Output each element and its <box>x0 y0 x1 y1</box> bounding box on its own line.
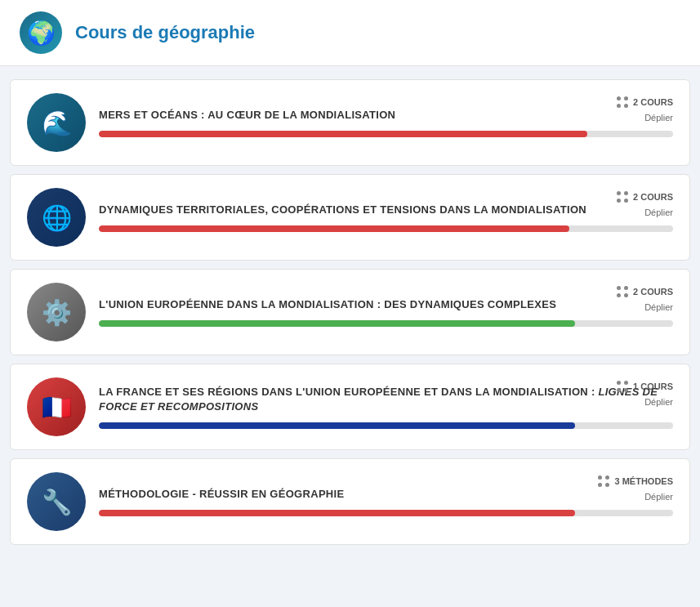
course-thumbnail: 🔧 <box>27 472 86 531</box>
deploy-button[interactable]: Déplier <box>644 113 673 123</box>
course-card: 🌊MERS ET OCÉANS : AU CŒUR DE LA MONDIALI… <box>10 79 690 166</box>
progress-bar <box>99 422 575 429</box>
dots-icon <box>617 381 628 392</box>
progress-bar-container <box>99 510 673 516</box>
dots-icon <box>598 475 609 487</box>
course-card: 🇫🇷LA FRANCE ET SES RÉGIONS DANS L'UNION … <box>10 364 690 450</box>
deploy-button[interactable]: Déplier <box>644 397 673 407</box>
course-title: L'UNION EUROPÉENNE DANS LA MONDIALISATIO… <box>99 297 673 312</box>
course-meta: 2 COURSDéplier <box>617 96 673 123</box>
course-count: 1 COURS <box>617 381 673 392</box>
deploy-button[interactable]: Déplier <box>644 302 673 312</box>
count-label: 2 COURS <box>633 192 673 202</box>
course-count: 2 COURS <box>617 191 673 203</box>
course-content: MÉTHODOLOGIE - RÉUSSIR EN GÉOGRAPHIE <box>99 487 673 516</box>
course-content: DYNAMIQUES TERRITORIALES, COOPÉRATIONS E… <box>99 203 673 232</box>
course-count: 2 COURS <box>617 286 673 297</box>
course-card: 🔧MÉTHODOLOGIE - RÉUSSIR EN GÉOGRAPHIE3 M… <box>10 458 690 545</box>
course-card: ⚙️L'UNION EUROPÉENNE DANS LA MONDIALISAT… <box>10 269 690 355</box>
page-header: 🌍 Cours de géographie <box>0 0 700 66</box>
course-title: MERS ET OCÉANS : AU CŒUR DE LA MONDIALIS… <box>99 108 673 123</box>
course-count: 2 COURS <box>617 96 673 108</box>
title-highlight: géographie <box>158 22 255 42</box>
progress-bar-container <box>99 422 673 429</box>
deploy-button[interactable]: Déplier <box>644 492 673 502</box>
count-label: 1 COURS <box>633 382 673 391</box>
count-label: 2 COURS <box>633 287 673 297</box>
globe-icon: 🌍 <box>27 20 56 47</box>
progress-bar <box>99 131 587 137</box>
course-title: DYNAMIQUES TERRITORIALES, COOPÉRATIONS E… <box>99 203 673 217</box>
course-meta: 1 COURSDéplier <box>617 381 673 407</box>
course-title: MÉTHODOLOGIE - RÉUSSIR EN GÉOGRAPHIE <box>99 487 673 502</box>
page-title: Cours de géographie <box>75 22 255 43</box>
course-meta: 3 MÉTHODESDéplier <box>598 475 673 502</box>
dots-icon <box>617 96 628 108</box>
course-content: LA FRANCE ET SES RÉGIONS DANS L'UNION EU… <box>99 385 673 429</box>
course-meta: 2 COURSDéplier <box>617 191 673 217</box>
progress-bar <box>99 225 569 232</box>
progress-bar-container <box>99 131 673 137</box>
course-content: L'UNION EUROPÉENNE DANS LA MONDIALISATIO… <box>99 297 673 327</box>
count-label: 2 COURS <box>633 97 673 107</box>
progress-bar-container <box>99 320 673 327</box>
course-content: MERS ET OCÉANS : AU CŒUR DE LA MONDIALIS… <box>99 108 673 137</box>
course-thumbnail: ⚙️ <box>27 283 86 341</box>
title-prefix: Cours de <box>75 22 158 42</box>
progress-bar <box>99 510 575 516</box>
header-logo: 🌍 <box>20 11 62 54</box>
dots-icon <box>617 191 628 203</box>
count-label: 3 MÉTHODES <box>614 476 673 486</box>
progress-bar-container <box>99 225 673 232</box>
progress-bar <box>99 320 575 327</box>
course-card: 🌐DYNAMIQUES TERRITORIALES, COOPÉRATIONS … <box>10 174 690 261</box>
course-list: 🌊MERS ET OCÉANS : AU CŒUR DE LA MONDIALI… <box>0 66 700 558</box>
course-title: LA FRANCE ET SES RÉGIONS DANS L'UNION EU… <box>99 385 673 414</box>
course-thumbnail: 🌐 <box>27 188 86 247</box>
deploy-button[interactable]: Déplier <box>644 208 673 217</box>
course-thumbnail: 🌊 <box>27 93 86 152</box>
course-thumbnail: 🇫🇷 <box>27 377 86 436</box>
dots-icon <box>617 286 628 297</box>
course-count: 3 MÉTHODES <box>598 475 673 487</box>
course-meta: 2 COURSDéplier <box>617 286 673 312</box>
